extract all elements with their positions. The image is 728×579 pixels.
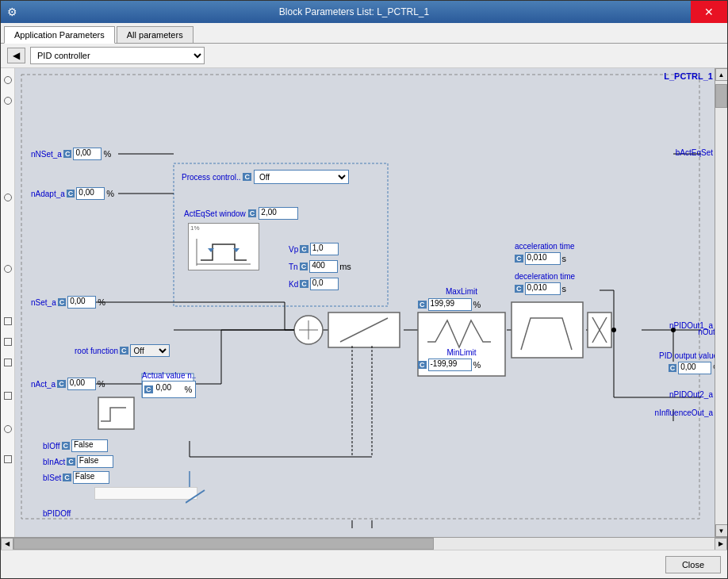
- radio-nInfluence[interactable]: [4, 425, 12, 433]
- process-control-badge: C: [243, 173, 251, 181]
- bInAct-value[interactable]: False: [77, 455, 113, 468]
- PID-output-row: C 0,00 %: [669, 362, 715, 374]
- MinLimit-unit: %: [473, 360, 481, 370]
- wiring-diagram: [15, 68, 713, 528]
- radio-nAdapt[interactable]: [4, 97, 12, 105]
- acc-time-badge: C: [515, 255, 523, 263]
- acc-time-value[interactable]: 0,010: [525, 252, 561, 265]
- actual-value-unit: %: [185, 385, 193, 394]
- svg-marker-54: [208, 248, 214, 252]
- param-nNSet-row: nNSet_a C 0,00 %: [31, 148, 111, 160]
- bPIDOff-label: bPIDOff: [43, 509, 71, 518]
- bIOff-label: bIOff: [43, 442, 60, 451]
- process-control-label: Process control..: [182, 173, 240, 182]
- nNSet-unit: %: [103, 149, 111, 159]
- radio-nAct[interactable]: [4, 265, 12, 273]
- nAdapt-value[interactable]: 0,00: [76, 187, 105, 200]
- svg-marker-55: [233, 248, 239, 252]
- right-scrollbar[interactable]: ▲ ▼: [715, 68, 727, 537]
- window-close-button[interactable]: ✕: [691, 1, 727, 23]
- nOut-label-row: nOut_a: [698, 327, 715, 336]
- scroll-track[interactable]: [715, 81, 727, 524]
- MinLimit-label-row: MinLimit: [418, 347, 505, 357]
- bISet-value[interactable]: False: [73, 471, 109, 484]
- Kd-badge: C: [300, 280, 308, 288]
- svg-rect-26: [98, 397, 134, 429]
- nAct-row: nAct_a C 0,00 %: [31, 378, 105, 390]
- Tn-value[interactable]: 400: [309, 260, 338, 273]
- back-button[interactable]: ◀: [7, 48, 25, 63]
- bottom-scrollbar[interactable]: ◀ ▶: [1, 537, 727, 550]
- svg-rect-13: [328, 313, 400, 347]
- scroll-right-button[interactable]: ▶: [715, 538, 727, 550]
- scroll-left-button[interactable]: ◀: [1, 538, 13, 550]
- ActEqSet-row: ActEqSet window C 2,00: [184, 207, 298, 220]
- footer: Close: [1, 550, 727, 578]
- process-control-dropdown[interactable]: Off: [254, 170, 349, 184]
- scroll-up-button[interactable]: ▲: [715, 68, 728, 81]
- diagram-area: L_PCTRL_1: [15, 68, 715, 537]
- bIOff-row: bIOff C False: [43, 439, 108, 452]
- root-function-badge: C: [120, 347, 128, 355]
- checkbox-bEnableInfluenceRamp[interactable]: [4, 455, 12, 463]
- nInfluenceOut-label-row: nInfluenceOut_a: [655, 408, 713, 417]
- acc-time-unit: s: [562, 254, 567, 263]
- actual-value-block: Actual value n.. C 0,00 %: [142, 371, 196, 398]
- PID-output-label-row: PID output value: [659, 351, 715, 360]
- acc-time-label: acceleration time: [515, 242, 575, 251]
- tab-application-parameters[interactable]: Application Parameters: [4, 26, 115, 44]
- acteqset-graph: 1%: [188, 223, 259, 270]
- nOut-label: nOut_a: [698, 328, 715, 336]
- nSet-value[interactable]: 0,00: [67, 296, 96, 309]
- root-function-label: root function: [75, 347, 118, 355]
- hscroll-thumb[interactable]: [13, 538, 434, 550]
- window-title: Block Parameters List: L_PCTRL_1: [17, 6, 691, 17]
- param-nAdapt-row: nAdapt_a C 0,00 %: [31, 187, 114, 200]
- acc-time-label-row: acceleration time: [515, 241, 575, 251]
- nPIDOut2-label: nPIDOut2_a: [669, 390, 713, 399]
- dec-time-badge: C: [515, 285, 523, 293]
- controller-type-dropdown[interactable]: PID controller: [30, 47, 205, 64]
- bISet-badge: C: [63, 474, 71, 481]
- Kd-row: Kd C 0,0: [289, 278, 339, 290]
- MinLimit-badge: C: [418, 361, 427, 369]
- acc-time-row: C 0,010 s: [515, 252, 566, 265]
- checkbox-bIOff[interactable]: [4, 317, 12, 325]
- PID-output-value[interactable]: 0,00: [678, 362, 711, 374]
- close-button[interactable]: Close: [665, 556, 721, 573]
- checkbox-bPIDOff[interactable]: [4, 392, 12, 400]
- nSet-label: nSet_a: [31, 298, 56, 307]
- nNSet-value[interactable]: 0,00: [73, 148, 102, 160]
- scroll-down-button[interactable]: ▼: [715, 524, 728, 537]
- hscroll-track[interactable]: [13, 538, 715, 550]
- bPIDOff-row: bPIDOff: [43, 509, 71, 518]
- tab-all-parameters[interactable]: All parameters: [117, 26, 193, 43]
- Vp-badge: C: [300, 245, 308, 253]
- scroll-thumb[interactable]: [715, 84, 727, 108]
- bInAct-row: bInAct C False: [43, 455, 113, 468]
- actual-value-value[interactable]: 0,00: [155, 383, 183, 396]
- Kd-value[interactable]: 0,0: [310, 278, 339, 290]
- MaxLimit-unit: %: [473, 300, 481, 309]
- nAct-label: nAct_a: [31, 380, 56, 389]
- nSet-row: nSet_a C 0,00 %: [31, 296, 105, 309]
- MinLimit-value[interactable]: -199,99: [428, 359, 472, 371]
- radio-nSet[interactable]: [4, 194, 12, 201]
- root-function-dropdown[interactable]: Off: [130, 344, 170, 357]
- checkbox-bInAct[interactable]: [4, 338, 12, 346]
- checkbox-bISet[interactable]: [4, 359, 12, 366]
- radio-nNSet[interactable]: [4, 76, 12, 84]
- MinLimit-label: MinLimit: [446, 348, 476, 357]
- dec-time-value[interactable]: 0,010: [525, 282, 561, 295]
- ActEqSet-value[interactable]: 2,00: [259, 207, 298, 220]
- Vp-value[interactable]: 1,0: [310, 243, 339, 255]
- svg-rect-0: [21, 75, 699, 519]
- bIOff-badge: C: [62, 442, 71, 450]
- actual-value-badge: C: [144, 385, 153, 393]
- svg-line-14: [340, 318, 388, 342]
- MaxLimit-value[interactable]: 199,99: [428, 298, 472, 311]
- Tn-row: Tn C 400 ms: [289, 260, 351, 273]
- nAct-value[interactable]: 0,00: [67, 378, 96, 390]
- bIOff-value[interactable]: False: [71, 439, 108, 452]
- svg-point-20: [611, 328, 616, 332]
